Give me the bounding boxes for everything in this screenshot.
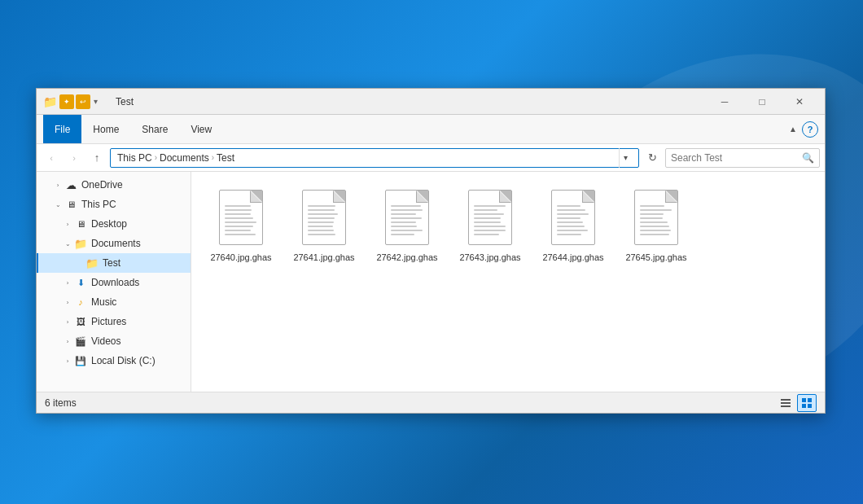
file-line [557, 230, 588, 231]
tab-home[interactable]: Home [81, 115, 130, 143]
file-lines-0 [225, 205, 257, 235]
ribbon: File Home Share View ▲ ? [37, 115, 825, 144]
expand-arrow-this-pc: ⌄ [53, 199, 63, 209]
quick-access-more[interactable]: ▾ [92, 97, 99, 106]
refresh-button[interactable]: ↻ [642, 148, 662, 168]
file-name-0: 27640.jpg.ghas [210, 252, 271, 263]
tab-share[interactable]: Share [130, 115, 179, 143]
details-view-button[interactable] [776, 394, 795, 412]
file-line [557, 234, 581, 235]
onedrive-icon: ☁ [64, 178, 77, 191]
sidebar-item-desktop[interactable]: › 🖥 Desktop [37, 214, 191, 234]
file-line [557, 205, 580, 207]
search-input[interactable] [671, 152, 802, 164]
file-line [474, 226, 506, 227]
sidebar-item-this-pc[interactable]: ⌄ 🖥 This PC [37, 195, 191, 214]
forward-button[interactable]: › [64, 148, 84, 168]
tab-file[interactable]: File [43, 115, 81, 143]
file-line [557, 221, 583, 223]
file-icon-shape-1 [302, 190, 346, 245]
sidebar-item-local-disk[interactable]: › 💾 Local Disk (C:) [37, 351, 191, 370]
sidebar-label-videos: Videos [91, 335, 120, 347]
sidebar-item-test[interactable]: › 📁 Test [37, 253, 191, 273]
file-line [474, 205, 506, 207]
sidebar-item-downloads[interactable]: › ⬇ Downloads [37, 273, 191, 292]
up-button[interactable]: ↑ [87, 148, 107, 168]
file-item-0[interactable]: 27640.jpg.ghas [204, 185, 278, 268]
file-lines-3 [474, 205, 506, 235]
file-item-2[interactable]: 27642.jpg.ghas [370, 185, 444, 268]
file-line [308, 209, 335, 211]
expand-arrow-music: › [63, 297, 72, 307]
file-line [474, 221, 501, 223]
file-item-3[interactable]: 27643.jpg.ghas [453, 185, 527, 268]
path-this-pc[interactable]: This PC [117, 152, 152, 164]
expand-arrow-videos: › [63, 336, 72, 346]
explorer-window: 📁 ✦ ↩ ▾ Test ─ □ ✕ File Home Share View … [36, 88, 826, 414]
svg-rect-4 [808, 398, 812, 402]
sidebar-item-music[interactable]: › ♪ Music [37, 292, 191, 312]
file-lines-4 [557, 205, 589, 235]
path-dropdown[interactable]: ▾ [619, 148, 632, 168]
file-icon-shape-3 [468, 190, 512, 245]
file-line [391, 209, 423, 211]
sidebar-item-videos[interactable]: › 🎬 Videos [37, 331, 191, 351]
file-line [391, 205, 421, 207]
tab-view[interactable]: View [179, 115, 223, 143]
file-line [474, 234, 499, 235]
videos-icon: 🎬 [74, 335, 87, 348]
expand-arrow-documents: ⌄ [63, 239, 72, 248]
quick-access-undo[interactable]: ↩ [76, 94, 90, 109]
sidebar-item-pictures[interactable]: › 🖼 Pictures [37, 312, 191, 331]
ribbon-collapse[interactable]: ▲ [789, 125, 797, 134]
music-icon: ♪ [74, 296, 87, 309]
sidebar-item-documents[interactable]: ⌄ 📁 Documents [37, 234, 191, 253]
file-line [225, 213, 251, 215]
downloads-icon: ⬇ [74, 276, 87, 289]
sidebar-item-onedrive[interactable]: › ☁ OneDrive [37, 175, 191, 195]
file-item-5[interactable]: 27645.jpg.ghas [620, 185, 693, 268]
file-icon-0 [217, 190, 265, 248]
this-pc-icon: 🖥 [64, 198, 77, 211]
file-icon-shape-2 [385, 190, 429, 245]
file-line [557, 226, 585, 227]
file-icon-1 [300, 190, 348, 248]
file-line [474, 209, 497, 211]
file-line [640, 230, 671, 231]
search-icon[interactable]: 🔍 [802, 152, 814, 164]
quick-access-pin[interactable]: ✦ [59, 94, 74, 109]
file-line [225, 234, 256, 235]
maximize-button[interactable]: □ [743, 89, 781, 115]
path-sep-1: › [155, 153, 157, 162]
tiles-view-button[interactable] [797, 394, 817, 412]
quick-access-buttons: ✦ ↩ ▾ [59, 94, 99, 109]
expand-arrow-onedrive: › [53, 180, 63, 190]
folder-icon: 📁 [43, 95, 56, 108]
file-lines-1 [308, 205, 340, 235]
file-name-4: 27644.jpg.ghas [542, 252, 603, 263]
file-item-4[interactable]: 27644.jpg.ghas [537, 185, 610, 268]
file-icon-shape-0 [219, 190, 263, 245]
file-line [391, 217, 422, 219]
file-line [640, 213, 664, 215]
svg-rect-5 [802, 404, 806, 408]
minimize-button[interactable]: ─ [706, 89, 743, 115]
help-button[interactable]: ? [802, 121, 818, 138]
close-button[interactable]: ✕ [781, 89, 818, 115]
path-test[interactable]: Test [217, 152, 234, 164]
file-item-1[interactable]: 27641.jpg.ghas [287, 185, 361, 268]
file-line [391, 221, 416, 223]
file-line [308, 221, 334, 223]
file-line [308, 217, 335, 219]
expand-arrow-pictures: › [63, 317, 72, 327]
svg-rect-0 [781, 399, 791, 401]
back-button[interactable]: ‹ [42, 148, 61, 168]
status-bar: 6 items [37, 392, 825, 413]
path-documents[interactable]: Documents [160, 152, 209, 164]
file-line [557, 217, 580, 219]
file-line [640, 217, 663, 219]
address-path[interactable]: This PC › Documents › Test ▾ [110, 148, 639, 168]
file-icon-4 [549, 190, 598, 248]
window-title: Test [116, 96, 706, 107]
sidebar-label-test: Test [103, 257, 120, 269]
